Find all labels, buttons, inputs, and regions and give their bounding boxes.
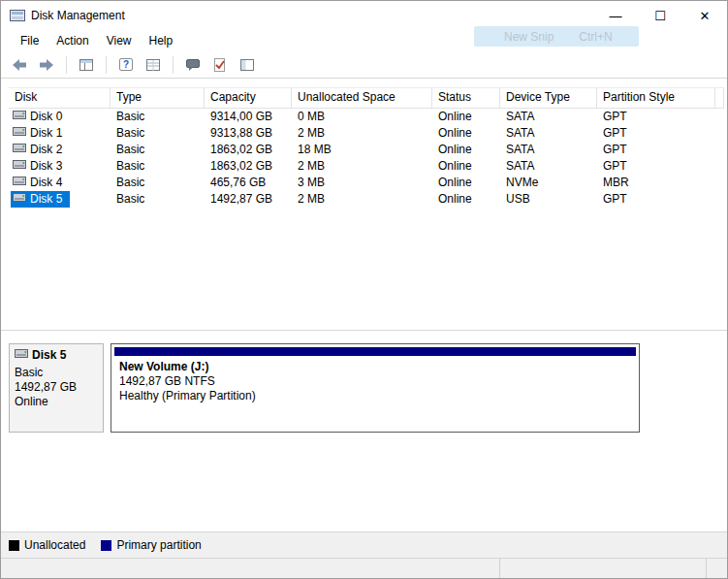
cell-type: Basic — [111, 125, 205, 142]
column-header-status[interactable]: Status — [432, 88, 500, 108]
primary-partition-swatch-icon — [101, 540, 111, 551]
table-row-selected[interactable]: Disk 5 Basic 1492,87 GB 2 MB Online USB … — [9, 191, 724, 208]
disk-list-pane: Disk Type Capacity Unallocated Space Sta… — [1, 79, 727, 330]
toolbar-separator — [173, 56, 174, 74]
cell-unallocated: 2 MB — [292, 125, 432, 142]
pane-splitter[interactable] — [1, 330, 727, 338]
unallocated-swatch-icon — [9, 540, 19, 551]
graphical-view-pane: Disk 5 Basic 1492,87 GB Online New Volum… — [1, 338, 727, 532]
cell-partition: GPT — [597, 158, 715, 175]
status-section — [707, 559, 727, 578]
cell-type: Basic — [111, 158, 205, 175]
svg-text:?: ? — [123, 59, 129, 70]
table-row[interactable]: Disk 1 Basic 9313,88 GB 2 MB Online SATA… — [9, 125, 724, 142]
action-check-icon[interactable] — [209, 55, 231, 75]
table-row[interactable]: Disk 3 Basic 1863,02 GB 2 MB Online SATA… — [9, 158, 724, 175]
cell-capacity: 465,76 GB — [205, 175, 292, 191]
legend-item-unallocated: Unallocated — [9, 538, 85, 552]
cell-device-type: USB — [500, 191, 597, 208]
toolbar: ? — [1, 51, 727, 79]
menu-action[interactable]: Action — [48, 32, 96, 49]
export-list-icon[interactable] — [142, 55, 164, 75]
menu-view[interactable]: View — [99, 32, 140, 49]
column-header-disk[interactable]: Disk — [9, 88, 111, 108]
disk-panel-name: Disk 5 — [32, 348, 66, 363]
cell-capacity: 1863,02 GB — [205, 142, 292, 158]
cell-unallocated: 2 MB — [292, 191, 432, 208]
disk-panel-capacity: 1492,87 GB — [15, 380, 99, 395]
cell-partition: GPT — [597, 142, 715, 158]
cell-status: Online — [432, 125, 500, 142]
cell-unallocated: 18 MB — [292, 142, 432, 158]
cell-type: Basic — [111, 191, 205, 208]
cell-partition: MBR — [597, 175, 715, 191]
menu-help[interactable]: Help — [142, 32, 181, 49]
cell-device-type: SATA — [500, 158, 597, 175]
cell-capacity: 9313,88 GB — [205, 125, 292, 142]
status-section — [1, 559, 500, 578]
cell-device-type: SATA — [500, 142, 597, 158]
disk-icon — [13, 109, 26, 125]
cell-device-type: SATA — [500, 109, 597, 125]
cell-capacity: 1863,02 GB — [205, 158, 292, 175]
disk-icon — [13, 158, 26, 175]
speech-bubble-icon[interactable] — [182, 55, 204, 75]
disk-label: Disk 3 — [30, 158, 62, 175]
legend-label: Unallocated — [24, 538, 85, 552]
legend-item-primary-partition: Primary partition — [101, 538, 201, 552]
column-header-partition-style[interactable]: Partition Style — [597, 88, 715, 108]
cell-status: Online — [432, 191, 500, 208]
disk-label: Disk 4 — [30, 175, 62, 191]
cell-type: Basic — [111, 109, 205, 125]
cell-type: Basic — [111, 175, 205, 191]
volume-name: New Volume (J:) — [113, 360, 637, 374]
volume-box[interactable]: New Volume (J:) 1492,87 GB NTFS Healthy … — [111, 343, 640, 433]
back-arrow-icon[interactable] — [9, 55, 30, 75]
table-row[interactable]: Disk 0 Basic 9314,00 GB 0 MB Online SATA… — [9, 109, 724, 125]
disk-panel[interactable]: Disk 5 Basic 1492,87 GB Online — [9, 343, 104, 433]
menu-file[interactable]: File — [13, 32, 47, 49]
toolbar-separator — [66, 56, 67, 74]
column-header-device-type[interactable]: Device Type — [500, 88, 597, 108]
toolbar-separator — [106, 56, 107, 74]
selected-disk-highlight: Disk 5 — [11, 191, 70, 208]
disk-label: Disk 0 — [30, 109, 62, 125]
app-icon — [10, 9, 25, 22]
new-snip-label: New Snip — [474, 30, 554, 44]
new-snip-button[interactable]: New Snip Ctrl+N — [474, 26, 639, 47]
disk-icon — [13, 191, 26, 208]
table-row[interactable]: Disk 4 Basic 465,76 GB 3 MB Online NVMe … — [9, 175, 724, 191]
disk-label: Disk 2 — [30, 142, 62, 158]
column-header-unallocated[interactable]: Unallocated Space — [292, 88, 432, 108]
cell-unallocated: 2 MB — [292, 158, 432, 175]
volume-size: 1492,87 GB NTFS — [113, 374, 637, 389]
cell-unallocated: 3 MB — [292, 175, 432, 191]
new-snip-shortcut: Ctrl+N — [579, 30, 612, 44]
table-row[interactable]: Disk 2 Basic 1863,02 GB 18 MB Online SAT… — [9, 142, 724, 158]
disk-icon — [13, 125, 26, 142]
disk-icon — [13, 142, 26, 158]
column-header-capacity[interactable]: Capacity — [205, 88, 292, 108]
window-title: Disk Management — [31, 9, 125, 22]
cell-partition: GPT — [597, 109, 715, 125]
status-section — [500, 559, 707, 578]
close-button[interactable]: ✕ — [682, 1, 727, 30]
forward-arrow-icon[interactable] — [36, 55, 57, 75]
cell-capacity: 1492,87 GB — [205, 191, 292, 208]
console-tree-icon[interactable] — [76, 55, 97, 75]
cell-status: Online — [432, 175, 500, 191]
disk-list: Disk Type Capacity Unallocated Space Sta… — [9, 87, 724, 331]
cell-status: Online — [432, 158, 500, 175]
maximize-button[interactable]: ☐ — [638, 1, 682, 30]
legend-bar: Unallocated Primary partition — [1, 532, 727, 558]
help-icon[interactable]: ? — [115, 55, 137, 75]
column-header-type[interactable]: Type — [111, 88, 205, 108]
cell-unallocated: 0 MB — [292, 109, 432, 125]
panes-icon[interactable] — [237, 55, 258, 75]
cell-device-type: SATA — [500, 125, 597, 142]
cell-partition: GPT — [597, 191, 715, 208]
disk-icon — [15, 348, 32, 363]
cell-device-type: NVMe — [500, 175, 597, 191]
cell-capacity: 9314,00 GB — [205, 109, 292, 125]
cell-status: Online — [432, 142, 500, 158]
